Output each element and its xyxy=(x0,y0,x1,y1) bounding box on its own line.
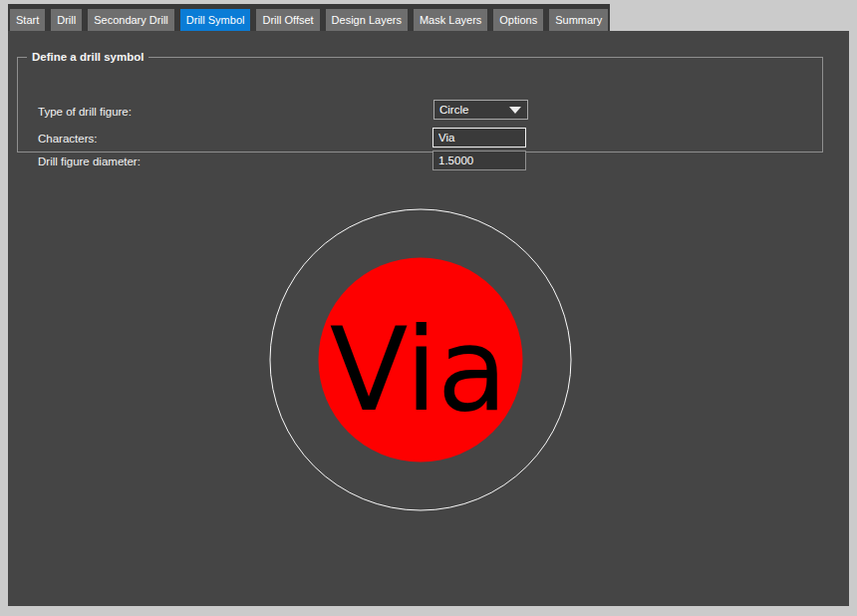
drill-figure-diameter-input[interactable] xyxy=(432,151,526,170)
tab-start[interactable]: Start xyxy=(10,9,45,31)
drill-figure-type-select[interactable]: Circle xyxy=(433,100,528,120)
tab-drill[interactable]: Drill xyxy=(51,9,82,31)
tab-summary[interactable]: Summary xyxy=(549,9,608,31)
tab-drill-symbol[interactable]: Drill Symbol xyxy=(180,9,251,31)
type-of-drill-figure-label: Type of drill figure: xyxy=(38,105,132,119)
characters-input[interactable] xyxy=(432,128,526,148)
drill-figure-diameter-label: Drill figure diameter: xyxy=(38,154,141,168)
tab-design-layers[interactable]: Design Layers xyxy=(326,9,408,31)
tab-options[interactable]: Options xyxy=(493,9,543,31)
chevron-down-icon xyxy=(509,107,521,114)
tab-mask-layers[interactable]: Mask Layers xyxy=(414,9,487,31)
drill-figure-characters: Via xyxy=(330,303,508,437)
tab-drill-offset[interactable]: Drill Offset xyxy=(256,9,319,31)
tab-page-drill-symbol: Via Define a drill symbol Type of drill … xyxy=(8,31,849,606)
wizard-tab-bar: Start Drill Secondary Drill Drill Symbol… xyxy=(8,4,610,31)
drill-figure-type-value: Circle xyxy=(439,104,468,116)
group-title: Define a drill symbol xyxy=(27,50,148,65)
tab-secondary-drill[interactable]: Secondary Drill xyxy=(88,9,174,31)
characters-label: Characters: xyxy=(38,132,97,146)
define-drill-symbol-group: Define a drill symbol Type of drill figu… xyxy=(17,57,823,153)
drill-symbol-dialog: { "tabs": [ {"label": "Start", "active":… xyxy=(0,0,857,616)
